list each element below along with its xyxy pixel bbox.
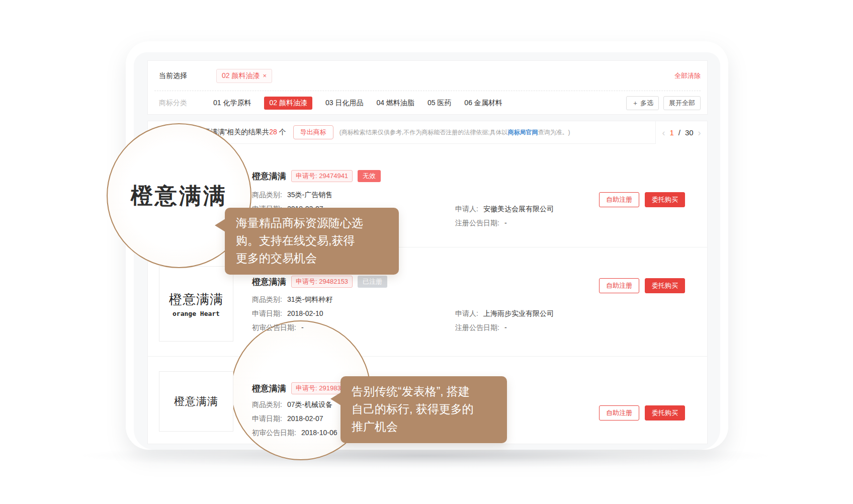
- field-reg-notice: 注册公告日期:-: [455, 219, 507, 228]
- field-label: 申请日期:: [252, 309, 282, 317]
- field-label: 商品类别:: [252, 191, 282, 199]
- page-separator: /: [678, 128, 680, 137]
- field-category: 商品类别:31类-饲料种籽: [252, 295, 332, 304]
- application-number-label: 申请号:: [296, 384, 317, 392]
- field-value: 07类-机械设备: [287, 400, 332, 408]
- trademark-name[interactable]: 橙意满满: [252, 383, 286, 394]
- selected-filter-tag[interactable]: 02 颜料油漆 ×: [216, 69, 272, 83]
- field-value: 31类-饲料种籽: [287, 295, 332, 303]
- selected-filter-tag-label: 02 颜料油漆: [222, 71, 260, 80]
- trademark-image: 橙意满满 orange Heart: [159, 266, 233, 342]
- next-page-icon[interactable]: ›: [698, 128, 701, 137]
- callout-promotion: 告别传统“发表格”, 搭建 自己的标行, 获得更多的 推广机会: [340, 376, 507, 443]
- application-number-tag: 申请号: 29474941: [291, 170, 353, 182]
- category-list: 01 化学原料 02 颜料油漆 03 日化用品 04 燃料油脂 05 医药 06…: [213, 97, 502, 110]
- category-item-05[interactable]: 05 医药: [428, 99, 451, 108]
- application-number-tag: 申请号: 29482153: [291, 276, 353, 288]
- field-value: 安徽美达会展有限公司: [483, 205, 554, 213]
- field-first-notice: 初审公告日期:2018-10-06: [252, 429, 337, 438]
- trademark-image-text: 橙意满满: [169, 291, 223, 308]
- field-label: 申请人:: [455, 205, 478, 213]
- field-label: 申请人:: [455, 309, 478, 317]
- field-applicant: 申请人:上海雨步实业有限公司: [455, 309, 554, 318]
- status-badge: 已注册: [358, 276, 387, 288]
- category-item-04[interactable]: 04 燃料油脂: [376, 99, 414, 108]
- prev-page-icon[interactable]: ‹: [662, 128, 665, 137]
- field-value: 2018-10-06: [301, 429, 337, 437]
- field-first-notice: 初审公告日期:- 注册公告日期:-: [252, 323, 304, 332]
- results-disclaimer: (商标检索结果仅供参考,不作为商标能否注册的法律依据;具体以商标局官网查询为准。…: [339, 128, 570, 137]
- field-apply-date: 申请日期:2018-02-07: [252, 414, 323, 424]
- trademark-title-line: 橙意满满 申请号: 29482153 已注册: [252, 276, 387, 288]
- trademark-office-link[interactable]: 商标局官网: [507, 129, 538, 136]
- filter-box: 当前选择 02 颜料油漆 × 全部清除 商标分类 01 化学原料 02 颜料油漆…: [147, 60, 708, 115]
- row-actions: 自助注册 委托购买: [599, 278, 685, 293]
- category-row: 商标分类 01 化学原料 02 颜料油漆 03 日化用品 04 燃料油脂 05 …: [148, 91, 707, 115]
- field-label: 申请日期:: [252, 414, 282, 423]
- category-item-01[interactable]: 01 化学原料: [213, 99, 251, 108]
- current-selection-row: 当前选择 02 颜料油漆 × 全部清除: [148, 61, 707, 91]
- field-reg-notice: 注册公告日期:-: [455, 323, 507, 332]
- field-label: 初审公告日期:: [252, 429, 296, 437]
- field-value: -: [504, 323, 507, 331]
- field-label: 初审公告日期:: [252, 323, 296, 331]
- expand-all-button[interactable]: 展开全部: [663, 96, 701, 110]
- current-selection-label: 当前选择: [159, 71, 187, 80]
- field-label: 商品类别:: [252, 400, 282, 408]
- trademark-image: 橙意满满: [159, 371, 233, 432]
- current-page: 1: [669, 128, 673, 137]
- entrust-purchase-button[interactable]: 委托购买: [645, 192, 685, 207]
- application-number-label: 申请号:: [296, 172, 317, 180]
- category-item-02-selected[interactable]: 02 颜料油漆: [264, 97, 312, 110]
- field-value: -: [504, 219, 507, 227]
- field-label: 商品类别:: [252, 295, 282, 303]
- application-number-value: 29482153: [319, 278, 348, 285]
- pagination: ‹ 1 / 30 ›: [655, 121, 707, 144]
- trademark-image-text: 橙意满满: [174, 394, 218, 408]
- disclaimer-text: (商标检索结果仅供参考,不作为商标能否注册的法律依据;具体以: [339, 129, 508, 136]
- clear-all-button[interactable]: 全部清除: [674, 71, 701, 80]
- entrust-purchase-button[interactable]: 委托购买: [645, 278, 685, 293]
- application-number-value: 29474941: [319, 172, 348, 180]
- field-apply-date: 申请日期:2018-02-10 申请人:上海雨步实业有限公司: [252, 309, 323, 318]
- magnified-trademark-text: 橙意满满: [131, 181, 227, 211]
- field-value: 上海雨步实业有限公司: [483, 309, 554, 317]
- status-badge: 无效: [358, 170, 381, 182]
- field-value: 2018-02-07: [287, 414, 323, 423]
- results-header: 为您检索到“橙意满满”相关的结果共28 个 导出商标 (商标检索结果仅供参考,不…: [148, 121, 707, 144]
- field-applicant: 申请人:安徽美达会展有限公司: [455, 205, 554, 214]
- field-value: -: [301, 323, 304, 331]
- multi-select-button[interactable]: ＋ 多选: [626, 96, 659, 110]
- callout-arrow-icon: [215, 219, 225, 232]
- field-label: 注册公告日期:: [455, 323, 499, 331]
- export-trademarks-button[interactable]: 导出商标: [293, 125, 333, 139]
- trademark-image-subtext: orange Heart: [173, 310, 220, 317]
- disclaimer-suffix: 查询为准。): [538, 129, 570, 136]
- field-value: 35类-广告销售: [287, 191, 332, 199]
- entrust-purchase-button[interactable]: 委托购买: [645, 405, 685, 421]
- field-value: 2018-02-10: [287, 309, 323, 317]
- results-count: 28: [269, 128, 277, 136]
- self-register-button[interactable]: 自助注册: [599, 405, 639, 421]
- field-category: 商品类别:35类-广告销售: [252, 191, 332, 200]
- trademark-name[interactable]: 橙意满满: [252, 171, 286, 182]
- field-category: 商品类别:07类-机械设备: [252, 400, 332, 409]
- field-label: 注册公告日期:: [455, 219, 499, 227]
- results-summary-suffix: 个: [277, 128, 286, 136]
- remove-filter-icon[interactable]: ×: [263, 72, 267, 79]
- self-register-button[interactable]: 自助注册: [599, 192, 639, 207]
- row-actions: 自助注册 委托购买: [599, 405, 685, 421]
- category-label: 商标分类: [159, 99, 187, 108]
- category-actions: ＋ 多选 展开全部: [626, 96, 701, 110]
- trademark-name[interactable]: 橙意满满: [252, 276, 286, 288]
- trademark-title-line: 橙意满满 申请号: 29474941 无效: [252, 170, 381, 182]
- callout-trade-resources: 海量精品商标资源随心选 购。支持在线交易,获得 更多的交易机会: [225, 208, 399, 275]
- callout-arrow-icon: [330, 392, 341, 405]
- total-pages: 30: [685, 128, 694, 137]
- category-item-06[interactable]: 06 金属材料: [464, 99, 502, 108]
- application-number-label: 申请号:: [296, 278, 317, 285]
- category-item-03[interactable]: 03 日化用品: [325, 99, 363, 108]
- row-actions: 自助注册 委托购买: [599, 192, 685, 207]
- self-register-button[interactable]: 自助注册: [599, 278, 639, 293]
